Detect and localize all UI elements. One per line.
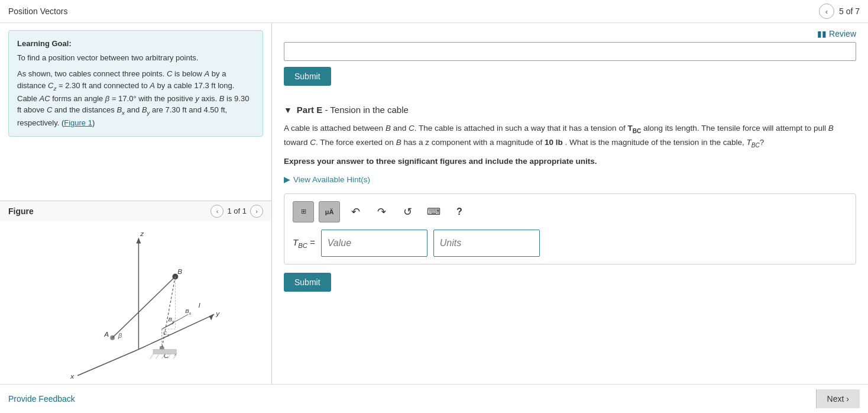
part-e-label: Part E - Tension in the cable — [297, 105, 409, 115]
top-input-bar — [284, 42, 856, 61]
bookmark-icon: ▮▮ — [817, 29, 827, 38]
redo-icon: ↷ — [377, 205, 386, 218]
refresh-button[interactable]: ↺ — [397, 201, 418, 222]
top-answer-input[interactable] — [284, 42, 856, 61]
figure-header: Figure ‹ 1 of 1 › — [0, 201, 271, 221]
svg-text:β: β — [118, 331, 122, 338]
question-icon: ? — [456, 206, 462, 217]
undo-button[interactable]: ↶ — [345, 201, 366, 222]
help-button[interactable]: ? — [449, 201, 470, 222]
learning-goal-title: Learning Goal: — [17, 38, 254, 50]
part-e-header: ▼ Part E - Tension in the cable — [284, 105, 856, 115]
value-input[interactable] — [321, 230, 427, 257]
answer-toolbar: ⊞ μÄ ↶ ↷ ↺ — [293, 201, 847, 222]
figure-svg: z y x A B — [0, 221, 271, 385]
part-e-submit-button[interactable]: Submit — [284, 273, 331, 292]
units-input[interactable] — [433, 230, 540, 257]
review-label: Review — [829, 29, 856, 38]
part-e-collapse-arrow[interactable]: ▼ — [284, 105, 292, 115]
top-submit-button[interactable]: Submit — [284, 67, 331, 86]
learning-goal-body: To find a position vector between two ar… — [17, 52, 254, 64]
figure-nav: ‹ 1 of 1 › — [210, 205, 263, 218]
undo-icon: ↶ — [351, 205, 360, 218]
svg-text:y: y — [215, 309, 220, 318]
svg-text:B: B — [177, 267, 182, 275]
keyboard-button[interactable]: ⌨ — [423, 201, 444, 222]
figure-prev-button[interactable]: ‹ — [210, 205, 224, 218]
equation-label: TBC = — [293, 235, 315, 251]
review-row: ▮▮ Review — [284, 23, 856, 42]
express-instruction: Express your answer to three significant… — [284, 155, 856, 168]
keyboard-icon: ⌨ — [427, 206, 441, 217]
figure-link[interactable]: Figure 1 — [64, 118, 92, 127]
right-panel: ▮▮ Review Submit ▼ Part E - Tension in t… — [272, 23, 868, 384]
svg-text:z: z — [140, 229, 144, 237]
part-e-body: A cable is attached between B and C. The… — [284, 122, 856, 292]
answer-box: ⊞ μÄ ↶ ↷ ↺ — [284, 193, 856, 264]
hint-link[interactable]: ▶ View Available Hint(s) — [284, 173, 856, 186]
provide-feedback-link[interactable]: Provide Feedback — [8, 394, 75, 404]
page-count: 5 of 7 — [839, 7, 860, 16]
figure-label: Figure — [8, 206, 34, 216]
fraction-button[interactable]: ⊞ — [293, 201, 314, 222]
figure-count: 1 of 1 — [227, 206, 247, 215]
learning-goal-box: Learning Goal: To find a position vector… — [8, 30, 263, 137]
next-label: Next — [827, 394, 844, 404]
page-title: Position Vectors — [8, 7, 67, 16]
chevron-right-icon: › — [255, 208, 258, 215]
fraction-icon: ⊞ — [301, 208, 306, 215]
review-link[interactable]: ▮▮ Review — [817, 29, 856, 38]
learning-goal-description: As shown, two cables connect three point… — [17, 68, 254, 129]
svg-text:x: x — [70, 372, 75, 380]
next-button[interactable]: Next › — [816, 389, 860, 408]
chevron-left-icon: ‹ — [216, 208, 219, 215]
mu-icon: μÄ — [325, 208, 334, 215]
hint-label: View Available Hint(s) — [293, 173, 370, 186]
footer: Provide Feedback Next › — [0, 384, 868, 413]
part-e-description: A cable is attached between B and C. The… — [284, 122, 856, 150]
svg-text:A: A — [103, 330, 109, 338]
refresh-icon: ↺ — [403, 205, 412, 218]
left-panel: Learning Goal: To find a position vector… — [0, 23, 272, 384]
next-arrow-icon: › — [846, 394, 849, 404]
triangle-right-icon: ▶ — [284, 173, 290, 186]
redo-button[interactable]: ↷ — [371, 201, 392, 222]
figure-next-button[interactable]: › — [250, 205, 263, 218]
header-nav: ‹ 5 of 7 — [819, 4, 860, 19]
left-scroll-area: Learning Goal: To find a position vector… — [0, 23, 271, 201]
prev-page-button[interactable]: ‹ — [819, 4, 834, 19]
svg-text:l: l — [199, 301, 200, 309]
special-chars-button[interactable]: μÄ — [319, 201, 340, 222]
svg-rect-27 — [153, 349, 176, 354]
input-row: TBC = — [293, 230, 847, 257]
chevron-left-icon: ‹ — [825, 7, 828, 16]
part-e-section: ▼ Part E - Tension in the cable A cable … — [284, 105, 856, 292]
figure-area: z y x A B — [0, 221, 271, 385]
svg-rect-0 — [48, 221, 223, 385]
